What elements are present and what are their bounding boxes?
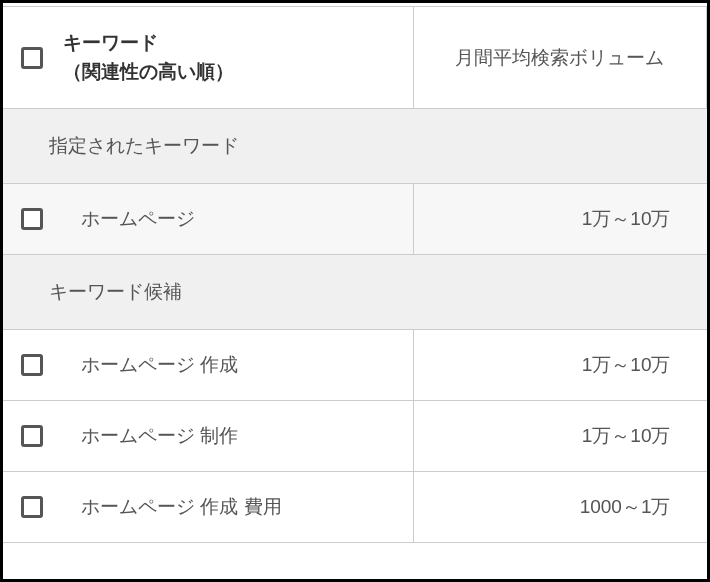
section-candidates-label: キーワード候補 (49, 281, 182, 302)
keyword-text: ホームページ 制作 (81, 423, 238, 449)
header-keyword-label: キーワード （関連性の高い順） (63, 29, 234, 86)
volume-text: 1万～10万 (432, 206, 689, 232)
table-row[interactable]: ホームページ 作成 1万～10万 (3, 330, 707, 401)
table-row[interactable]: ホームページ 作成 費用 1000～1万 (3, 472, 707, 543)
row-checkbox[interactable] (21, 496, 43, 518)
keyword-text: ホームページ 作成 (81, 352, 238, 378)
volume-text: 1万～10万 (432, 423, 689, 449)
header-volume-cell: 月間平均検索ボリューム (413, 7, 707, 109)
section-specified-label: 指定されたキーワード (49, 135, 239, 156)
keyword-text: ホームページ 作成 費用 (81, 494, 282, 520)
keyword-table: キーワード （関連性の高い順） 月間平均検索ボリューム 指定されたキーワード (3, 6, 707, 543)
scroll-area: キーワード （関連性の高い順） 月間平均検索ボリューム 指定されたキーワード (3, 6, 707, 576)
keyword-text: ホームページ (81, 206, 195, 232)
table-row[interactable]: ホームページ 制作 1万～10万 (3, 401, 707, 472)
volume-text: 1000～1万 (432, 494, 689, 520)
section-candidate-keywords: キーワード候補 (3, 255, 707, 330)
section-specified-keywords: 指定されたキーワード (3, 109, 707, 184)
volume-text: 1万～10万 (432, 352, 689, 378)
select-all-checkbox[interactable] (21, 47, 43, 69)
table-row[interactable]: ホームページ 1万～10万 (3, 184, 707, 255)
table-header-row: キーワード （関連性の高い順） 月間平均検索ボリューム (3, 7, 707, 109)
row-checkbox[interactable] (21, 208, 43, 230)
row-checkbox[interactable] (21, 425, 43, 447)
row-checkbox[interactable] (21, 354, 43, 376)
header-keyword-cell: キーワード （関連性の高い順） (3, 7, 413, 109)
keyword-planner-table: キーワード （関連性の高い順） 月間平均検索ボリューム 指定されたキーワード (0, 0, 710, 582)
header-volume-label: 月間平均検索ボリューム (455, 47, 664, 68)
